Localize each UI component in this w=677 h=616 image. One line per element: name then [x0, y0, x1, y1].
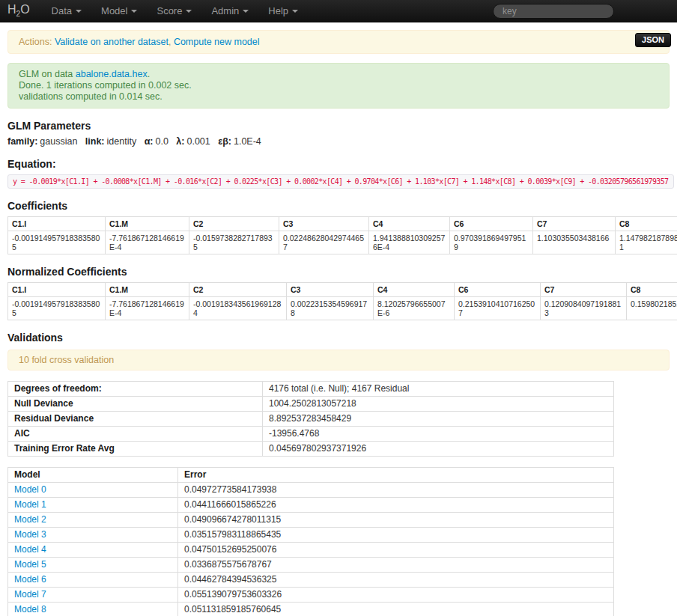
validations-note: 10 fold cross validation	[7, 350, 670, 370]
validate-dataset-link[interactable]: Validate on another dataset	[55, 37, 169, 47]
col-header: C1.M	[106, 283, 189, 297]
dataset-link[interactable]: abalone.data.hex	[76, 69, 148, 79]
col-header: C2	[189, 217, 279, 231]
table-row: -0.0019149579183835805 -7.76186712814661…	[8, 231, 677, 254]
nav-item-data[interactable]: Data	[42, 0, 91, 22]
col-header: C6	[455, 283, 541, 297]
row-label: Residual Deviance	[8, 412, 263, 427]
col-header: C7	[541, 283, 627, 297]
table-row: Model 70.055139079753603326	[8, 588, 614, 603]
table-row: AIC-13956.4768	[8, 427, 614, 442]
model-link[interactable]: Model 6	[14, 574, 46, 585]
table-row: Model 40.04750152695250076	[8, 543, 614, 558]
model-link[interactable]: Model 4	[14, 544, 46, 555]
normalized-coefficients-title: Normalized Coefficients	[7, 266, 670, 278]
col-header: C8	[627, 283, 677, 297]
actions-separator: ,	[169, 37, 174, 47]
json-button[interactable]: JSON	[635, 33, 671, 47]
table-row: Null Deviance1004.2502813057218	[8, 397, 614, 412]
model-link[interactable]: Model 0	[14, 484, 46, 495]
table-row: Model 00.04972773584173938	[8, 483, 614, 498]
table-row: Model 80.051131859185760645	[8, 603, 614, 616]
error-value: 0.04462784394536325	[178, 573, 614, 588]
model-link[interactable]: Model 1	[14, 499, 46, 510]
row-label: Training Error Rate Avg	[8, 442, 263, 457]
col-header: C8	[616, 217, 677, 231]
coefficients-title: Coefficients	[7, 200, 670, 212]
coefficient-value: -0.0019149579183835805	[8, 297, 106, 320]
error-value: 0.04750152695250076	[178, 543, 614, 558]
coefficient-value: -0.0019183435619691284	[189, 297, 287, 320]
table-row: Training Error Rate Avg0.045697802937371…	[8, 442, 614, 457]
coefficient-value: -0.01597382827178935	[189, 231, 279, 254]
coefficient-value: -7.761867128146619E-4	[106, 231, 189, 254]
col-header: C4	[369, 217, 450, 231]
model-link[interactable]: Model 5	[14, 559, 46, 570]
col-header: C1.M	[106, 217, 189, 231]
coefficient-value: 1.1479821878986511	[616, 231, 677, 254]
caret-down-icon	[186, 10, 192, 13]
actions-label: Actions:	[19, 37, 52, 47]
coefficient-value: 0.12090840971918813	[541, 297, 627, 320]
coefficient-value: 1.9413888103092576E-4	[369, 231, 450, 254]
validation-summary-table: Degrees of freedom:4176 total (i.e. Null…	[7, 381, 614, 457]
col-header: C7	[533, 217, 616, 231]
row-value: -13956.4768	[263, 427, 614, 442]
table-row: Model 10.04411666015865226	[8, 498, 614, 513]
error-value: 0.0336875575678767	[178, 558, 614, 573]
col-header-error: Error	[178, 468, 614, 483]
brand-h: H	[7, 3, 16, 16]
col-header: C1.I	[8, 217, 106, 231]
table-row: Model 20.049096674278011315	[8, 513, 614, 528]
validations-title: Validations	[7, 332, 670, 344]
row-value: 0.045697802937371926	[263, 442, 614, 457]
col-header: C6	[450, 217, 533, 231]
glm-parameters-values: family:gaussian link:identity α:0.0 λ:0.…	[7, 136, 670, 147]
coefficient-value: -7.761867128146619E-4	[106, 297, 189, 320]
row-value: 4176 total (i.e. Null); 4167 Residual	[263, 382, 614, 397]
coefficient-value: -0.0019149579183835805	[8, 231, 106, 254]
status-line-2: Done. 1 iterations computed in 0.002 sec…	[19, 80, 658, 91]
search-input[interactable]	[493, 4, 614, 19]
model-link[interactable]: Model 7	[14, 589, 46, 600]
compute-new-model-link[interactable]: Compute new model	[174, 37, 260, 47]
model-link[interactable]: Model 8	[14, 604, 46, 615]
error-value: 0.035157983118865435	[178, 528, 614, 543]
row-label: Degrees of freedom:	[8, 382, 263, 397]
error-value: 0.055139079753603326	[178, 588, 614, 603]
model-link[interactable]: Model 2	[14, 514, 46, 525]
status-alert: GLM on data abalone.data.hex. Done. 1 it…	[7, 63, 670, 109]
normalized-coefficients-table: C1.I C1.M C2 C3 C4 C6 C7 C8 -0.001914957…	[7, 282, 677, 320]
equation-code: y = -0.0019*x[C1.I] + -0.0008*x[C1.M] + …	[7, 174, 674, 189]
table-row: -0.0019149579183835805 -7.76186712814661…	[8, 297, 677, 320]
model-link[interactable]: Model 3	[14, 529, 46, 540]
nav-item-score[interactable]: Score	[147, 0, 201, 22]
h2o-logo[interactable]: H2O	[7, 3, 30, 18]
coefficient-value: 0.022486280429744657	[279, 231, 369, 254]
col-header: C4	[374, 283, 455, 297]
col-header: C3	[279, 217, 369, 231]
caret-down-icon	[76, 10, 82, 13]
nav-item-model[interactable]: Model	[91, 0, 147, 22]
table-row: Model 30.035157983118865435	[8, 528, 614, 543]
actions-row: Actions: Validate on another dataset, Co…	[7, 30, 670, 54]
coefficient-value: 0.9703918694979519	[450, 231, 533, 254]
equation-title: Equation:	[7, 158, 670, 170]
error-value: 0.051131859185760645	[178, 603, 614, 616]
brand-o: O	[20, 3, 29, 16]
nav-item-help[interactable]: Help	[258, 0, 308, 22]
coefficient-value: 0.1598021851196415	[627, 297, 677, 320]
table-row: Model 60.04462784394536325	[8, 573, 614, 588]
error-value: 0.049096674278011315	[178, 513, 614, 528]
row-value: 1004.2502813057218	[263, 397, 614, 412]
actions-bar: Actions: Validate on another dataset, Co…	[7, 30, 670, 54]
coefficient-value: 0.21539104107162507	[455, 297, 541, 320]
row-label: AIC	[8, 427, 263, 442]
navbar: H2O Data Model Score Admin Help	[0, 0, 677, 22]
table-row: Model 50.0336875575678767	[8, 558, 614, 573]
caret-down-icon	[131, 10, 137, 13]
coefficient-value: 1.103035503438166	[533, 231, 616, 254]
nav-item-admin[interactable]: Admin	[201, 0, 258, 22]
col-header-model: Model	[8, 468, 178, 483]
error-value: 0.04972773584173938	[178, 483, 614, 498]
